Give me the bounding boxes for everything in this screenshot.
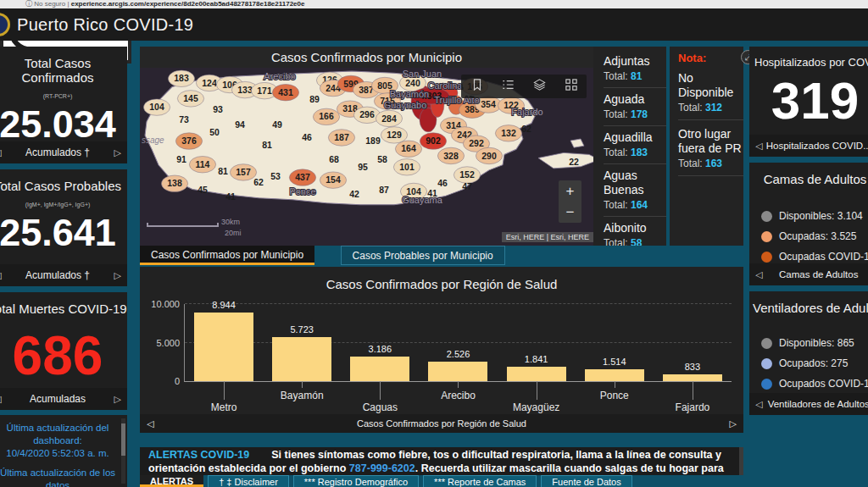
ventiladores-nav[interactable]: ◁ Ventiladores de Adultos: [749, 393, 868, 415]
municipality-count-label: 46: [437, 178, 448, 188]
bar-value-label: 3.186: [341, 344, 419, 354]
bar-caguas[interactable]: [350, 357, 409, 381]
x-axis-tick: [693, 381, 693, 400]
legend-row: Disponibles: 3.104: [761, 210, 868, 222]
map-widget[interactable]: Casos Confirmados por Municipio 18312410…: [140, 47, 593, 246]
municipality-name: Aguas Buenas: [604, 169, 666, 197]
legend-list-icon[interactable]: [492, 79, 524, 94]
chart-title: Casos Confirmados por Región de Salud: [140, 267, 743, 291]
bottom-tab--registro-demogr-fico[interactable]: *** Registro Demográfico: [293, 475, 419, 487]
scrollbar-thumb[interactable]: [121, 423, 125, 456]
confirmados-subtitle: (RT-PCR+): [0, 93, 127, 99]
scrollbar-track[interactable]: [121, 418, 125, 484]
list-item[interactable]: Aguas BuenasTotal: 164: [604, 164, 666, 217]
municipality-count-label: 171: [257, 86, 272, 96]
page-title: Puerto Rico COVID-19: [17, 15, 193, 35]
municipality-total: Total: 164: [604, 199, 666, 211]
legend-row: Ocupados COVID-19: 40: [761, 378, 868, 390]
bottom-tab--disclaimer[interactable]: † ‡ Disclaimer: [208, 475, 289, 487]
ticker-label: ALERTAS COVID-19: [148, 449, 249, 461]
ventiladores-legend: Disponibles: 865Ocupados: 275Ocupados CO…: [749, 337, 868, 390]
hospitalizados-nav[interactable]: ◁ Hospitalizados COVID...: [749, 135, 868, 157]
bar-chart-plot: 10.0005.00008.944Metro5.723Bayamón3.186C…: [184, 304, 732, 382]
widget-grid-icon[interactable]: [555, 79, 587, 94]
hospitalizados-title: Hospitalizados por COVID: [749, 47, 868, 69]
prev-arrow-icon[interactable]: ◁: [0, 270, 1, 281]
prev-arrow-icon[interactable]: ◁: [755, 269, 762, 280]
alert-ticker[interactable]: ALERTAS COVID-19Si tienes síntomas como …: [140, 447, 743, 475]
muertes-nav-label: Acumuladas: [30, 393, 86, 405]
municipality-count-label: 189: [365, 136, 381, 146]
bookmark-icon[interactable]: [461, 79, 492, 94]
next-arrow-icon[interactable]: ▷: [114, 394, 121, 405]
chart-footer-nav[interactable]: ◁ Casos Confirmados por Región de Salud …: [140, 414, 743, 433]
legend-label: Ocupadas: 3.525: [779, 230, 856, 242]
zoom-in-button[interactable]: +: [559, 180, 581, 202]
bar-bayamón[interactable]: [272, 337, 331, 381]
bottom-tab--reporte-de-camas[interactable]: *** Reporte de Camas: [423, 475, 537, 487]
info-icon[interactable]: ⓘ: [25, 0, 32, 8]
browser-url-bar[interactable]: ⓘ No seguro | experience.arcgis.com/expe…: [0, 0, 868, 8]
phone-number[interactable]: 787-999-6202: [349, 462, 415, 474]
municipality-count-label: 47: [462, 181, 472, 191]
bottom-tab-alertas[interactable]: ALERTAS: [140, 475, 203, 487]
municipality-count-label: 124: [202, 77, 217, 87]
camas-nav[interactable]: ◁ Camas de Adultos: [749, 263, 868, 285]
municipality-count-label: 73: [179, 113, 189, 124]
prev-arrow-icon[interactable]: ◁: [755, 399, 762, 410]
probables-nav[interactable]: ◁ Acumulados † ▷: [0, 264, 127, 286]
y-axis-tick-label: 5.000: [156, 338, 180, 348]
bar-value-label: 1.841: [498, 354, 576, 364]
municipality-count-label: 101: [399, 162, 415, 172]
x-axis-category-label: Mayagüez: [466, 401, 607, 413]
bar-metro[interactable]: [194, 313, 253, 381]
nota-total: Total: 163: [678, 158, 743, 169]
probables-subtitle: (IgM+, IgM+/IgG+, IgG+): [0, 202, 127, 208]
ticker-scrollbar[interactable]: [739, 447, 743, 475]
bottom-tab-bar: ALERTAS† ‡ Disclaimer*** Registro Demogr…: [140, 475, 743, 487]
bar-value-label: 833: [654, 362, 732, 372]
bottom-tab-fuente-de-datos[interactable]: Fuente de Datos: [541, 475, 632, 487]
tab-casos-probables-por-municipio[interactable]: Casos Probables por Municipio: [341, 246, 505, 265]
bar-value-label: 2.526: [419, 349, 497, 359]
list-item[interactable]: AibonitoTotal: 58: [604, 217, 666, 246]
zoom-out-button[interactable]: −: [559, 202, 581, 223]
panel-total-muertes: Total Muertes COVID-19 686 ◁ Acumuladas …: [0, 292, 127, 410]
municipality-name: Aguada: [604, 92, 666, 107]
confirmados-nav[interactable]: ◁ Acumulados † ▷: [0, 141, 127, 163]
bar-fajardo[interactable]: [663, 374, 722, 381]
next-arrow-icon[interactable]: ▷: [114, 147, 121, 158]
next-arrow-icon[interactable]: ▷: [114, 270, 121, 281]
municipality-count-label: 157: [236, 167, 251, 177]
nota-total: Total: 312: [678, 102, 743, 113]
list-item[interactable]: AguadillaTotal: 183: [604, 126, 666, 164]
panel-total-confirmados: Total Casos Confirmados (RT-PCR+) 25.034…: [0, 47, 127, 163]
bar-arecibo[interactable]: [428, 362, 487, 381]
bar-column: 833Fajardo: [654, 304, 732, 381]
layers-icon[interactable]: [524, 79, 555, 94]
prev-arrow-icon[interactable]: ◁: [0, 147, 1, 158]
nota-panel: Nota: ⤢ No DisponibleTotal: 312Otro luga…: [670, 47, 743, 246]
municipality-count-label: 58: [377, 154, 387, 164]
prev-arrow-icon[interactable]: ◁: [755, 141, 762, 152]
bar-ponce[interactable]: [585, 369, 644, 381]
municipality-list[interactable]: AdjuntasTotal: 81AguadaTotal: 178Aguadil…: [593, 47, 666, 246]
muertes-title: Total Muertes COVID-19: [0, 292, 127, 316]
legend-dot-icon: [761, 358, 772, 369]
update-line: 10/4/2020 5:52:03 a. m.: [0, 447, 127, 460]
prev-arrow-icon[interactable]: ◁: [0, 394, 1, 405]
tab-casos-confirmados-por-municipio[interactable]: Casos Confirmados por Municipio: [140, 246, 314, 265]
bar-column: 3.186Caguas: [341, 304, 419, 381]
map-scalebar: [147, 223, 219, 227]
municipality-count-label: 46: [302, 132, 312, 142]
municipality-count-label: 95: [358, 162, 368, 172]
bar-column: 1.841Mayagüez: [498, 304, 576, 381]
prev-arrow-icon[interactable]: ◁: [147, 418, 153, 429]
list-item[interactable]: AdjuntasTotal: 81: [604, 50, 666, 88]
municipality-count-label: 145: [183, 93, 198, 103]
next-arrow-icon[interactable]: ▷: [730, 418, 737, 429]
municipality-count-label: 290: [481, 150, 497, 160]
bar-mayagüez[interactable]: [507, 367, 566, 381]
muertes-nav[interactable]: ◁ Acumuladas ▷: [0, 388, 127, 410]
list-item[interactable]: AguadaTotal: 178: [604, 88, 666, 126]
